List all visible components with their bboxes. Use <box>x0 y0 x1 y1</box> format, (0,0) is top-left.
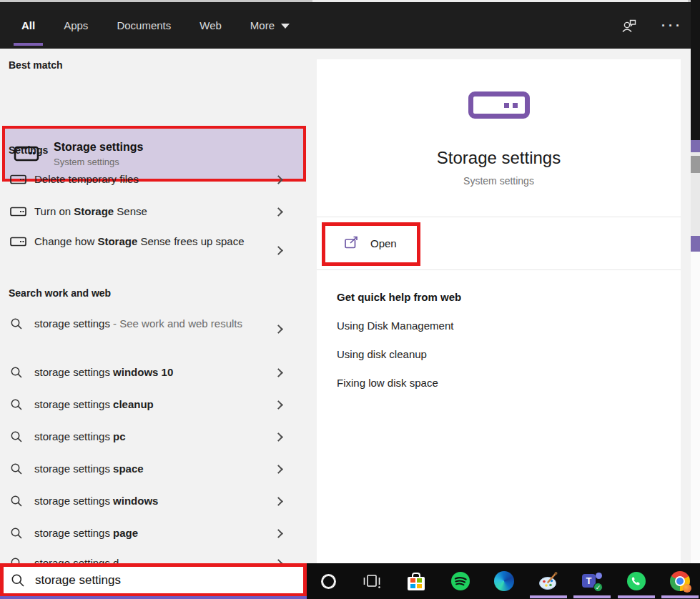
task-view-icon[interactable] <box>355 563 389 599</box>
storage-drive-icon <box>10 237 29 247</box>
chevron-right-icon <box>274 325 283 334</box>
teams-icon[interactable]: T ✓ <box>575 563 609 599</box>
tab-all-label: All <box>21 19 35 31</box>
chevron-right-icon <box>274 175 283 184</box>
chevron-right-icon <box>274 465 283 474</box>
web-suggestion[interactable]: storage settings windows 10 <box>0 360 306 385</box>
chevron-right-icon <box>274 497 283 506</box>
running-indicator <box>618 595 655 598</box>
preview-subtitle: System settings <box>317 175 681 187</box>
web-suggestion-label: storage settings - See work and web resu… <box>34 316 242 332</box>
open-button-label: Open <box>370 237 397 249</box>
tab-web[interactable]: Web <box>198 4 223 47</box>
settings-item-label: Change how Storage Sense frees up space <box>34 234 245 249</box>
running-indicator <box>573 595 611 598</box>
best-match-title: Storage settings <box>54 141 143 154</box>
notification-badge <box>683 584 691 593</box>
search-icon <box>11 573 25 588</box>
more-options-icon[interactable]: ··· <box>663 17 681 34</box>
search-web-section-header: Search work and web <box>9 287 111 299</box>
search-filter-tabs: All Apps Documents Web More <box>20 4 291 47</box>
help-link-disk-management[interactable]: Using Disk Management <box>337 320 453 332</box>
tab-apps-label: Apps <box>64 19 88 31</box>
web-suggestion[interactable]: storage settings pc <box>0 424 306 450</box>
search-icon <box>10 527 29 540</box>
best-match-header: Best match <box>9 59 62 71</box>
divider <box>317 269 681 270</box>
web-suggestion[interactable]: storage settings space <box>0 456 306 482</box>
web-suggestion-label: storage settings cleanup <box>34 397 154 412</box>
chevron-right-icon <box>274 368 283 377</box>
spotify-icon[interactable] <box>443 563 478 599</box>
web-suggestion[interactable]: storage settings cleanup <box>0 392 306 417</box>
storage-drive-icon <box>10 207 29 217</box>
preview-panel: Storage settings System settings Open Ge… <box>315 49 691 563</box>
search-icon <box>10 317 29 330</box>
help-link-disk-cleanup[interactable]: Using disk cleanup <box>337 348 427 360</box>
chevron-right-icon <box>274 400 283 410</box>
tab-all[interactable]: All <box>20 4 36 47</box>
open-external-icon <box>343 235 360 252</box>
web-suggestion[interactable]: storage settings page <box>0 520 306 546</box>
tab-web-label: Web <box>199 19 222 31</box>
preview-card: Storage settings System settings Open Ge… <box>317 59 681 563</box>
chevron-right-icon <box>274 207 283 217</box>
web-suggestion[interactable]: storage settings windows <box>0 488 306 514</box>
web-suggestion-label: storage settings page <box>34 525 138 541</box>
tab-documents-label: Documents <box>117 19 171 31</box>
settings-item-delete-temporary-files[interactable]: Delete temporary files <box>0 166 306 193</box>
help-link-low-disk-space[interactable]: Fixing low disk space <box>337 377 438 389</box>
storage-drive-icon <box>10 174 29 184</box>
chrome-icon[interactable] <box>663 563 697 599</box>
search-box-accent-line <box>0 596 307 599</box>
ellipsis-glyph: ··· <box>661 22 683 29</box>
web-suggestion-label: storage settings windows <box>34 493 158 509</box>
microsoft-store-icon[interactable] <box>399 563 433 599</box>
taskbar-search-box[interactable] <box>0 563 307 597</box>
search-input[interactable] <box>35 573 271 588</box>
search-icon <box>10 366 29 379</box>
search-icon <box>10 398 29 411</box>
paint3d-icon[interactable] <box>531 563 566 599</box>
chevron-right-icon <box>274 432 283 442</box>
whatsapp-icon[interactable] <box>619 563 654 599</box>
web-suggestion-label: storage settings windows 10 <box>34 365 173 380</box>
store-bag <box>408 573 425 590</box>
search-icon <box>10 495 29 508</box>
results-panel: Best match Storage settings System setti… <box>0 49 315 563</box>
running-indicator <box>661 595 699 598</box>
search-icon <box>10 462 29 475</box>
quick-help-header: Get quick help from web <box>337 291 461 303</box>
feedback-icon[interactable] <box>620 17 639 34</box>
storage-drive-icon <box>468 91 530 119</box>
tab-documents[interactable]: Documents <box>115 4 172 47</box>
running-indicator <box>530 595 567 598</box>
tab-more-label: More <box>250 19 275 31</box>
cortana-ring <box>321 574 336 589</box>
chrome-glyph <box>670 571 690 591</box>
settings-item-turn-on-storage-sense[interactable]: Turn on Storage Sense <box>0 198 306 225</box>
settings-item-label: Turn on Storage Sense <box>34 204 147 219</box>
chevron-down-icon <box>281 24 290 29</box>
open-button[interactable]: Open <box>336 228 404 258</box>
chevron-right-icon <box>274 246 283 255</box>
preview-title: Storage settings <box>317 148 681 168</box>
settings-section-header: Settings <box>9 144 48 156</box>
web-suggestion[interactable]: storage settings - See work and web resu… <box>0 310 306 350</box>
tab-apps[interactable]: Apps <box>62 4 89 47</box>
edge-swirl <box>494 571 514 591</box>
teams-glyph: T ✓ <box>582 571 602 591</box>
settings-item-change-storage-sense[interactable]: Change how Storage Sense frees up space <box>0 229 306 273</box>
search-icon <box>10 430 29 443</box>
web-suggestion-label: storage settings pc <box>34 429 126 445</box>
web-suggestion-label: storage settings space <box>34 461 144 477</box>
tab-more[interactable]: More <box>249 4 291 47</box>
background-window-edge <box>691 0 700 599</box>
search-header: All Apps Documents Web More ··· <box>0 2 700 49</box>
windows-search-flyout: All Apps Documents Web More ··· Best mat… <box>0 0 700 599</box>
divider <box>317 217 681 217</box>
chevron-right-icon <box>274 529 283 538</box>
cortana-icon[interactable] <box>311 563 345 599</box>
settings-item-label: Delete temporary files <box>34 172 139 187</box>
edge-icon[interactable] <box>487 563 521 599</box>
